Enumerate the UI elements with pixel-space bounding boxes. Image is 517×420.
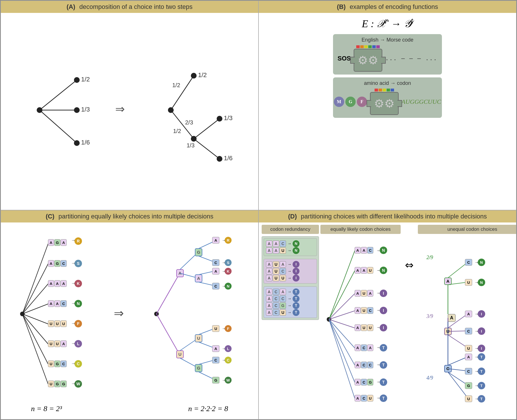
svg-text:3/9: 3/9 [426,313,433,319]
svg-text:2/9: 2/9 [426,255,433,260]
svg-line-88 [22,314,48,364]
amino-G: G [345,97,356,107]
morse-output: ... — — — ... [385,55,437,62]
color-bar-2 [375,89,394,91]
svg-text:U: U [363,308,365,313]
panel-c-title: partitioning equally likely choices into… [58,213,214,220]
svg-text:U: U [50,342,52,346]
svg-text:U: U [62,322,65,326]
svg-text:C: C [62,261,65,266]
arrow-decomp: ⇒ [114,101,131,119]
svg-text:A: A [215,238,218,243]
svg-line-68 [22,314,48,324]
svg-line-197 [329,294,355,319]
svg-text:1/2: 1/2 [172,82,180,88]
svg-point-5 [74,107,80,113]
encoding-machine-1: SOS ⚙⚙ ... — [338,45,438,72]
svg-text:C: C [363,346,365,350]
svg-text:S: S [227,261,230,265]
eq2: n = 2·2·2 = 8 [188,405,228,413]
svg-text:A: A [356,291,359,296]
svg-text:A: A [62,282,65,286]
svg-text:U: U [467,280,470,285]
svg-text:C: C [363,363,365,367]
svg-text:I: I [481,329,482,333]
svg-text:1/6: 1/6 [81,139,90,146]
codon-hierarchical-tree: A G A → R C → [148,234,245,394]
svg-text:T: T [480,369,483,374]
svg-text:W: W [76,382,80,386]
svg-line-38 [22,264,48,314]
svg-text:C: C [62,302,65,306]
d-col-equal: equally likely codon choices A A C [320,225,401,403]
panel-d-content: codon redundancy AAC → N AAU → [259,222,516,417]
svg-text:C: C [77,362,80,366]
panel-a-header: (A) decomposition of a choice into two s… [1,1,258,13]
panel-d-title: partitioning choices with different like… [301,213,487,220]
codon-output: AUGGGCUUC [402,98,441,106]
svg-text:1/6: 1/6 [224,155,233,162]
svg-text:C: C [369,248,372,253]
codon-ACG: ACG → T [266,302,315,309]
svg-text:W: W [226,378,230,382]
svg-line-28 [22,244,48,314]
panel-b-content: E : 𝒳r → 𝒴t English → Morse code SOS [259,13,516,208]
svg-text:S: S [77,261,79,266]
svg-text:G: G [214,378,217,382]
svg-text:C: C [467,260,470,265]
svg-text:A: A [50,261,52,266]
svg-text:A: A [215,269,218,274]
svg-text:→: → [376,308,380,312]
svg-text:A: A [62,342,65,346]
svg-text:U: U [56,322,58,326]
codon-AUU: AUU → I [266,275,315,282]
color-bar-1 [356,45,380,48]
svg-text:A: A [356,380,359,384]
svg-text:I: I [383,325,384,330]
svg-line-143 [156,314,179,354]
svg-text:T: T [480,397,483,401]
svg-text:K: K [227,269,230,274]
svg-line-7 [40,110,77,143]
svg-text:→: → [376,345,380,350]
svg-text:L: L [77,341,79,346]
svg-text:G: G [56,382,59,386]
svg-text:A: A [356,396,359,401]
svg-text:G: G [62,382,65,386]
svg-text:A: A [467,312,470,316]
svg-text:K: K [77,281,80,286]
eq1: n = 8 = 2³ [31,405,62,413]
panel-a-title: decomposition of a choice into two steps [79,3,193,10]
svg-text:G: G [197,366,200,370]
svg-text:U: U [363,291,365,296]
svg-text:A: A [363,268,365,273]
svg-text:I: I [383,308,384,313]
svg-text:G: G [197,250,200,255]
svg-line-247 [329,319,355,382]
panel-a-label: (A) [66,3,75,10]
panel-c-trees: A G A → R A G [5,225,254,403]
svg-text:→: → [376,362,380,367]
encoding-formula: E : 𝒳r → 𝒴t [362,16,413,30]
svg-text:U: U [467,346,470,351]
svg-text:T: T [382,345,385,350]
svg-text:U: U [369,396,371,401]
svg-text:C: C [467,329,470,333]
encoding-machine-2: M G F ⚙⚙ [334,89,441,115]
panel-b-title: examples of encoding functions [350,3,438,10]
panel-a: (A) decomposition of a choice into two s… [1,1,258,210]
svg-text:→: → [376,291,380,295]
svg-text:A: A [467,355,470,359]
panel-d: (D) partitioning choices with different … [258,210,516,420]
panel-c-label: (C) [46,213,54,220]
codon-AAU: AAU → N [266,247,315,254]
svg-text:A: A [50,282,52,286]
svg-text:T: T [480,355,483,359]
panel-d-label: (D) [288,213,297,220]
svg-text:A: A [356,268,359,273]
svg-line-13 [171,76,194,110]
svg-line-177 [329,251,355,319]
svg-text:G: G [56,362,59,366]
svg-text:N: N [77,301,80,306]
svg-text:G: G [369,380,372,384]
